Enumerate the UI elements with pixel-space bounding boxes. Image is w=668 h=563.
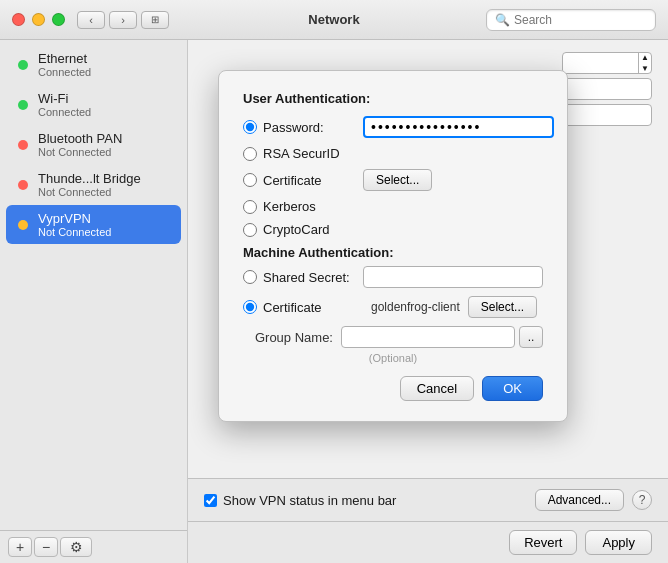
cryptocard-row: CryptoCard — [243, 222, 543, 237]
show-vpn-row: Show VPN status in menu bar — [204, 493, 535, 508]
auth-panel: User Authentication: Password: RSA Secur… — [218, 70, 568, 422]
sidebar-item-thunderbolt[interactable]: Thunde...lt Bridge Not Connected — [6, 165, 181, 204]
shared-secret-input[interactable] — [363, 266, 543, 288]
show-vpn-checkbox[interactable] — [204, 494, 217, 507]
help-button[interactable]: ? — [632, 490, 652, 510]
optional-text: (Optional) — [243, 352, 543, 364]
search-icon: 🔍 — [495, 13, 510, 27]
sidebar-toolbar: + − ⚙ — [0, 530, 187, 563]
rsa-radio[interactable] — [243, 147, 257, 161]
nav-buttons: ‹ › — [77, 11, 137, 29]
dotdot-button[interactable]: .. — [519, 326, 543, 348]
cryptocard-radio-label[interactable]: CryptoCard — [243, 222, 363, 237]
status-dot-bluetooth — [18, 140, 28, 150]
group-name-input[interactable] — [341, 326, 515, 348]
dialog-buttons: Cancel OK — [243, 376, 543, 401]
net-info-wifi: Wi-Fi Connected — [38, 91, 91, 118]
password-radio-label[interactable]: Password: — [243, 120, 363, 135]
titlebar: ‹ › ⊞ Network 🔍 — [0, 0, 668, 40]
ok-button[interactable]: OK — [482, 376, 543, 401]
net-info-ethernet: Ethernet Connected — [38, 51, 91, 78]
shared-secret-radio[interactable] — [243, 270, 257, 284]
apply-button[interactable]: Apply — [585, 530, 652, 555]
machine-auth-title: Machine Authentication: — [243, 245, 543, 260]
certificate-machine-radio-label[interactable]: Certificate — [243, 300, 363, 315]
forward-button[interactable]: › — [109, 11, 137, 29]
search-box: 🔍 — [486, 9, 656, 31]
certificate-machine-label: Certificate — [263, 300, 322, 315]
certificate-machine-row: Certificate goldenfrog-client Select... — [243, 296, 543, 318]
bottom-bar: Show VPN status in menu bar Advanced... … — [188, 478, 668, 521]
net-info-bluetooth: Bluetooth PAN Not Connected — [38, 131, 122, 158]
kerberos-radio-label[interactable]: Kerberos — [243, 199, 363, 214]
certificate-user-radio-label[interactable]: Certificate — [243, 173, 363, 188]
shared-secret-row: Shared Secret: — [243, 266, 543, 288]
user-auth-title: User Authentication: — [243, 91, 543, 106]
add-network-button[interactable]: + — [8, 537, 32, 557]
kerberos-radio[interactable] — [243, 200, 257, 214]
revert-button[interactable]: Revert — [509, 530, 577, 555]
status-dot-ethernet — [18, 60, 28, 70]
kerberos-label: Kerberos — [263, 199, 316, 214]
sidebar-item-wifi[interactable]: Wi-Fi Connected — [6, 85, 181, 124]
rsa-label: RSA SecurID — [263, 146, 340, 161]
group-name-row: Group Name: .. — [243, 326, 543, 348]
certificate-user-row: Certificate Select... — [243, 169, 543, 191]
text-field-right-3[interactable] — [562, 104, 652, 126]
sidebar: Ethernet Connected Wi-Fi Connected Bluet… — [0, 40, 188, 563]
rsa-radio-label[interactable]: RSA SecurID — [243, 146, 363, 161]
group-name-label: Group Name: — [243, 330, 333, 345]
content-area: ▲ ▼ User Authentication: Password: — [188, 40, 668, 563]
stepper-up-1[interactable]: ▲ — [641, 52, 649, 63]
shared-secret-radio-label[interactable]: Shared Secret: — [243, 270, 363, 285]
certificate-user-select-button[interactable]: Select... — [363, 169, 432, 191]
footer: Revert Apply — [188, 521, 668, 563]
certificate-machine-radio[interactable] — [243, 300, 257, 314]
close-button[interactable] — [12, 13, 25, 26]
status-dot-thunderbolt — [18, 180, 28, 190]
bottom-actions: Advanced... ? — [535, 489, 652, 511]
kerberos-row: Kerberos — [243, 199, 543, 214]
stepper-down-1[interactable]: ▼ — [641, 63, 649, 74]
net-info-thunderbolt: Thunde...lt Bridge Not Connected — [38, 171, 141, 198]
password-row: Password: — [243, 116, 543, 138]
status-dot-wifi — [18, 100, 28, 110]
net-info-vyprvpn: VyprVPN Not Connected — [38, 211, 111, 238]
certificate-machine-select-button[interactable]: Select... — [468, 296, 537, 318]
advanced-button[interactable]: Advanced... — [535, 489, 624, 511]
cancel-button[interactable]: Cancel — [400, 376, 474, 401]
show-vpn-label: Show VPN status in menu bar — [223, 493, 396, 508]
traffic-lights — [12, 13, 65, 26]
dropdown-field-1[interactable]: ▲ ▼ — [562, 52, 652, 74]
certificate-user-radio[interactable] — [243, 173, 257, 187]
sidebar-item-vyprvpn[interactable]: VyprVPN Not Connected — [6, 205, 181, 244]
remove-network-button[interactable]: − — [34, 537, 58, 557]
stepper-arrows-1: ▲ ▼ — [638, 52, 651, 74]
window-title: Network — [308, 12, 359, 27]
fullscreen-button[interactable] — [52, 13, 65, 26]
search-input[interactable] — [514, 13, 647, 27]
status-dot-vyprvpn — [18, 220, 28, 230]
minimize-button[interactable] — [32, 13, 45, 26]
main-container: Ethernet Connected Wi-Fi Connected Bluet… — [0, 40, 668, 563]
password-label: Password: — [263, 120, 324, 135]
cryptocard-label: CryptoCard — [263, 222, 329, 237]
cryptocard-radio[interactable] — [243, 223, 257, 237]
password-radio[interactable] — [243, 120, 257, 134]
password-input[interactable] — [363, 116, 554, 138]
network-list: Ethernet Connected Wi-Fi Connected Bluet… — [0, 40, 187, 530]
grid-button[interactable]: ⊞ — [141, 11, 169, 29]
cert-name: goldenfrog-client — [371, 300, 460, 314]
text-field-right-2[interactable] — [562, 78, 652, 100]
sidebar-item-ethernet[interactable]: Ethernet Connected — [6, 45, 181, 84]
shared-secret-label: Shared Secret: — [263, 270, 350, 285]
network-settings-button[interactable]: ⚙ — [60, 537, 92, 557]
rsa-row: RSA SecurID — [243, 146, 543, 161]
sidebar-item-bluetooth[interactable]: Bluetooth PAN Not Connected — [6, 125, 181, 164]
back-button[interactable]: ‹ — [77, 11, 105, 29]
certificate-user-label: Certificate — [263, 173, 322, 188]
